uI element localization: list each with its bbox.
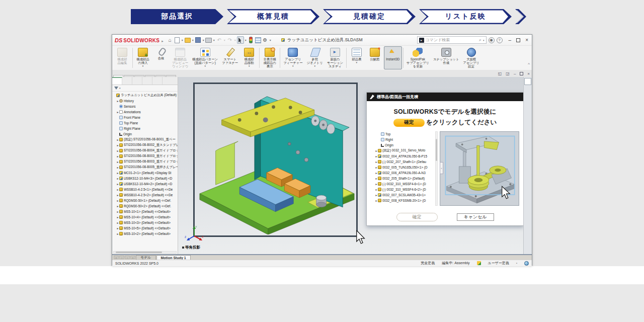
command-search-input[interactable]: ▸ コマンド検索 ⌕ ▾ (417, 36, 487, 44)
tree-item[interactable]: ▸ MS5-10<3> (Default) <<Default> (112, 220, 178, 225)
tree-filter-row[interactable]: ▾ (112, 85, 178, 92)
new-motion-study-button[interactable]: 新規の モーション スタディ (325, 46, 345, 69)
tab-motion-study[interactable]: Motion Study 1 (156, 255, 191, 260)
options-icon[interactable]: ⚙ (262, 36, 269, 44)
tree-item[interactable]: Sensors (112, 104, 178, 109)
large-assembly-settings-button[interactable]: 大規模 アセンブリ 設定 (461, 46, 481, 69)
tree-item[interactable]: ▸ STI2201056-08-B003_重ガイドブロッ (112, 153, 178, 159)
rebuild-icon[interactable] (248, 36, 255, 44)
tree-item[interactable]: ▸ RQDM30-50<1> (Default) <<Def. (112, 198, 178, 203)
magnifier-icon[interactable]: ⌕ (479, 37, 481, 43)
tree-item[interactable]: ▸ 0032_007_SCSLAW35-43<1> (371, 192, 435, 198)
tree-item[interactable]: ▸ USBKS12-10-M4<2> (Default) <D (112, 181, 178, 187)
appearances-scenes-icon[interactable] (524, 110, 531, 117)
scrollbar-thumb[interactable] (116, 252, 162, 253)
tree-item[interactable]: ▸ STI2201056-08-B004_重ガイドブロッ (112, 148, 178, 153)
breadcrumb-step-quote-confirm[interactable]: 見積確定 (323, 9, 416, 24)
tree-item[interactable]: ▸ 0032_205_Shaft<1> (Default) (371, 176, 435, 181)
custom-properties-icon[interactable] (524, 118, 531, 125)
tree-item[interactable]: ▸ 0032_004_ATPA19L050-B-P15 (371, 153, 435, 159)
smart-fasteners-button[interactable]: スマート ファスナー (220, 46, 240, 69)
tree-item[interactable]: ▸ (-) 0032_310_MSSF4-6<1> (D (371, 181, 435, 187)
breadcrumb-step-list-reflect[interactable]: リスト反映 (419, 9, 512, 24)
tree-item[interactable]: ▸ Annotations (112, 109, 178, 115)
tree-item[interactable]: Origin (371, 142, 435, 148)
print-caret-icon[interactable]: ▾ (212, 36, 216, 44)
design-library-icon[interactable] (524, 86, 531, 93)
dimxpert-tab[interactable] (142, 77, 152, 85)
assembly-model[interactable] (196, 85, 355, 234)
tab-nav-last[interactable]: » (130, 256, 135, 259)
configurationmanager-tab[interactable] (132, 77, 142, 85)
tree-item[interactable]: ▸ 0032_006_ATPA19L050-A-N3 (371, 170, 435, 176)
new-document-icon[interactable] (174, 36, 181, 44)
doc-restore-button[interactable] (520, 72, 523, 75)
redo-icon[interactable]: ↷ (226, 36, 233, 44)
tree-item[interactable]: ▸ 0032_005_TUN165L050<1> (D (371, 165, 435, 170)
options-caret-icon[interactable]: ▾ (269, 36, 272, 44)
breadcrumb-step-rough-quote[interactable]: 概算見積 (227, 9, 319, 24)
mate-button[interactable]: 合致 (152, 46, 170, 69)
linear-component-pattern-button[interactable]: 構成部品パターン (直線パターン) ▾ (190, 46, 220, 69)
tags-globe-icon[interactable] (524, 261, 529, 266)
home-icon[interactable]: ⌂ (167, 36, 174, 44)
tree-item[interactable]: ▸ MS5-10<2> (Default) <<Default> (112, 231, 178, 236)
displaymanager-tab[interactable] (152, 77, 163, 85)
tree-item[interactable]: Top Plane (112, 120, 178, 126)
solidworks-resources-icon[interactable] (524, 78, 531, 85)
tree-item[interactable]: Top (371, 131, 435, 137)
scrollbar-thumb[interactable] (436, 139, 437, 161)
reference-geometry-button[interactable]: 参照 ジオメトリ ▾ (305, 46, 325, 69)
tree-item[interactable]: ▸ (-) 0032_207_Shaft<1> (Defau (371, 159, 435, 165)
new-caret-icon[interactable]: ▾ (181, 36, 184, 44)
minimize-button[interactable]: – (509, 38, 512, 43)
tree-item[interactable]: ▸ (固定) 0032_101_Servo_Moto (371, 148, 435, 153)
print-icon[interactable] (205, 36, 212, 44)
move-component-button[interactable]: 構成部 品移動 ▾ (240, 46, 258, 69)
undo-icon[interactable]: ↶ (216, 36, 223, 44)
tree-item[interactable]: ▸ RQDM30-50<2> (Default) <<Def. (112, 203, 178, 209)
insert-components-button[interactable]: 構成部品 の挿入 ▾ (134, 46, 152, 69)
show-hidden-components-button[interactable]: 非表示構 成部品の 表示 (261, 46, 279, 69)
tree-root-assembly[interactable]: ラッチユニットビス止め治具 (Default) <D (112, 93, 178, 98)
propertymanager-tab[interactable] (122, 77, 132, 85)
edit-component-button[interactable]: 構成部 品編集 (113, 46, 131, 69)
confirm-button[interactable]: 確定 (396, 213, 438, 221)
select-caret-icon[interactable]: ▾ (244, 36, 248, 44)
more-panel-tabs[interactable] (172, 77, 178, 85)
help-icon[interactable]: ? (497, 37, 503, 43)
featuremanager-tab[interactable] (112, 77, 122, 85)
tab-nav-prev[interactable]: ‹ (119, 256, 124, 259)
take-snapshot-button[interactable]: スナップショット 作成 (431, 46, 461, 69)
tree-item[interactable]: ▸ STI2201056-08-B003_重ガイドブロッ (112, 159, 178, 165)
maximize-button[interactable] (516, 38, 520, 42)
tab-nav-next[interactable]: › (125, 256, 130, 259)
ribbon-collapse-icon[interactable]: ^ (528, 62, 530, 66)
save-icon[interactable] (195, 36, 202, 44)
tree-item[interactable]: ▸ (-) 0032_310_MSSF4-6<2> (D (371, 187, 435, 192)
tree-item[interactable]: Origin (112, 131, 178, 137)
units-selector[interactable]: ユーザー定義 (488, 261, 509, 266)
doc-prev-icon[interactable]: ◱ (498, 71, 502, 76)
tree-item[interactable]: ▸ MS5-10<4> (Default) <<Default> (112, 214, 178, 220)
view-palette-icon[interactable] (524, 102, 531, 109)
tree-item[interactable]: ▸ 0032_008_KFSSM8-20<1> (D (371, 198, 435, 203)
exploded-view-button[interactable]: 分解図 (366, 46, 384, 69)
bill-of-materials-button[interactable]: 部品表 ▾ (348, 46, 366, 69)
tree-item[interactable]: Front Plane (112, 115, 178, 120)
dialog-tree-scrollbar[interactable] (435, 131, 438, 206)
save-caret-icon[interactable]: ▾ (202, 36, 205, 44)
tree-item[interactable]: ▸ History (112, 98, 178, 104)
doc-close-button[interactable]: × (527, 71, 530, 76)
undo-caret-icon[interactable]: ▾ (223, 36, 226, 44)
tree-item[interactable]: Right Plane (112, 126, 178, 131)
cancel-button[interactable]: キャンセル (457, 213, 494, 221)
units-caret-icon[interactable]: ▪ (516, 262, 517, 265)
speedpak-button[interactable]: SpeedPak サブアセンブリ を更新 (405, 46, 431, 69)
graphics-viewport[interactable]: Y X Z 等角投影 標準品/図面品一括見積 SOLIDWORKSでモデルを選択… (178, 77, 523, 254)
tree-item[interactable]: ▸ WSSB10-4-2.5<1> (Default) <<De (112, 187, 178, 192)
tree-item[interactable]: ▸ USBKS12-10-M4<3> (Default) <D (112, 176, 178, 181)
login-icon[interactable]: ◉ (489, 37, 495, 43)
tree-item[interactable]: ▸ MS5-10<1> (Default) <<Default> (112, 209, 178, 214)
tab-nav-first[interactable]: « (114, 256, 119, 259)
